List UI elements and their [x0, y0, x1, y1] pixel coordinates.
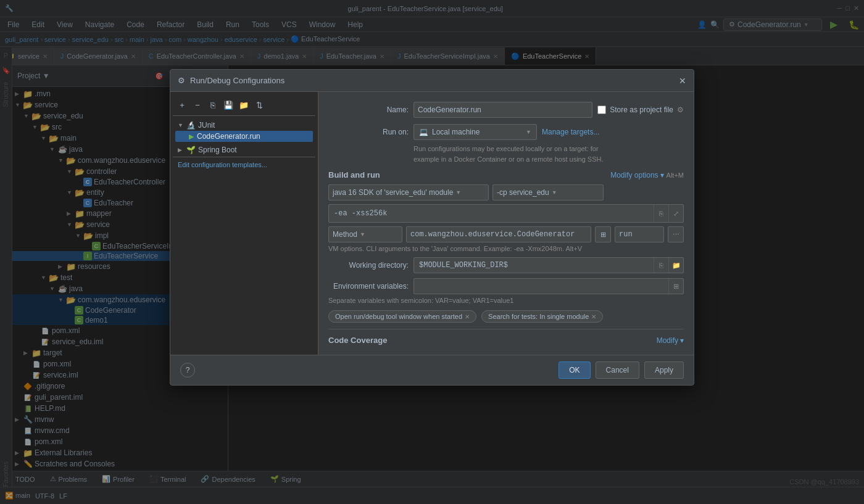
class-browse-button[interactable]: ⊞ — [595, 226, 611, 242]
config-group-junit-label: JUnit — [198, 121, 215, 130]
config-group-springboot: ▶ 🌱 Spring Boot — [173, 143, 315, 157]
config-group-springboot-header[interactable]: ▶ 🌱 Spring Boot — [175, 144, 313, 155]
store-as-project-file-checkbox[interactable] — [597, 105, 606, 114]
run-on-value: Local machine — [432, 128, 480, 136]
method-row: Method ▼ ⊞ ⋯ — [328, 226, 684, 242]
working-dir-browse-button[interactable]: 📁 — [668, 257, 683, 274]
sdk-row: java 16 SDK of 'service_edu' module ▼ -c… — [328, 184, 684, 200]
run-debug-config-modal: ⚙ Run/Debug Configurations ✕ + − ⎘ 💾 📁 ⇅ — [170, 69, 694, 386]
build-run-section-header: Build and run Modify options ▾ Alt+M — [328, 170, 684, 180]
cp-dropdown-arrow: ▼ — [552, 189, 557, 196]
ok-button[interactable]: OK — [559, 361, 590, 379]
modal-close-button[interactable]: ✕ — [679, 76, 686, 86]
modal-footer: ? OK Cancel Apply — [170, 355, 694, 385]
name-row: Name: Store as project file ⚙ — [328, 102, 684, 118]
modal-body: + − ⎘ 💾 📁 ⇅ ▼ 🔬 JUnit ▶ Co — [170, 92, 694, 355]
edit-config-templates-link[interactable]: Edit configuration templates... — [173, 157, 315, 172]
badge-search-tests: Search for tests: In single module ✕ — [481, 310, 603, 323]
name-input[interactable] — [413, 102, 592, 118]
env-vars-row: Environment variables: ⊞ — [328, 278, 684, 294]
run-hint: Run configurations may be executed local… — [413, 144, 684, 164]
config-folder-button[interactable]: 📁 — [237, 98, 251, 112]
config-add-button[interactable]: + — [175, 98, 189, 112]
modal-header: ⚙ Run/Debug Configurations ✕ — [170, 70, 694, 92]
vm-options-input[interactable] — [329, 209, 654, 218]
badge-open-tool-window: Open run/debug tool window when started … — [328, 310, 476, 323]
code-coverage-label: Code Coverage — [328, 336, 657, 345]
env-vars-input[interactable] — [414, 282, 668, 291]
vm-input-wrapper: ⎘ ⤢ — [328, 204, 684, 223]
modify-options-link[interactable]: Modify options ▾ — [610, 171, 663, 180]
apply-button[interactable]: Apply — [644, 361, 684, 379]
manage-targets-link[interactable]: Manage targets... — [542, 128, 599, 136]
name-label: Name: — [328, 105, 409, 114]
config-remove-button[interactable]: − — [191, 98, 204, 112]
run-browse-button[interactable]: ⋯ — [668, 226, 684, 242]
cp-value: -cp service_edu — [497, 188, 549, 197]
code-coverage-row: Code Coverage Modify ▾ — [328, 329, 684, 345]
sdk-dropdown-arrow: ▼ — [455, 189, 461, 196]
springboot-icon: 🌱 — [186, 146, 196, 154]
junit-icon: 🔬 — [186, 121, 196, 130]
config-copy-button[interactable]: ⎘ — [206, 98, 220, 112]
modify-chevron-icon: ▾ — [680, 336, 684, 345]
config-item-label: CodeGenerator.run — [197, 132, 260, 141]
cancel-button[interactable]: Cancel — [596, 361, 639, 379]
cp-select[interactable]: -cp service_edu ▼ — [492, 184, 604, 200]
badge-search-tests-label: Search for tests: In single module — [488, 313, 589, 320]
badge-search-tests-close[interactable]: ✕ — [591, 313, 596, 320]
modal-overlay: ⚙ Run/Debug Configurations ✕ + − ⎘ 💾 📁 ⇅ — [0, 0, 864, 504]
method-select[interactable]: Method ▼ — [328, 226, 402, 242]
config-item-icon: ▶ — [189, 133, 194, 141]
working-dir-input[interactable] — [414, 261, 654, 270]
env-vars-browse-button[interactable]: ⊞ — [668, 278, 683, 295]
modify-options-label: Modify options — [610, 171, 658, 180]
config-item-codegenerator-run[interactable]: ▶ CodeGenerator.run — [175, 131, 313, 142]
settings-icon[interactable]: ⚙ — [677, 105, 684, 114]
modal-icon: ⚙ — [178, 76, 185, 85]
config-form-panel: Name: Store as project file ⚙ Run on: 💻 … — [318, 92, 694, 355]
badge-row: Open run/debug tool window when started … — [328, 310, 684, 323]
env-input-wrapper: ⊞ — [413, 278, 684, 294]
vm-copy-button[interactable]: ⎘ — [654, 205, 668, 222]
run-on-label: Run on: — [328, 128, 409, 136]
env-vars-label: Environment variables: — [328, 282, 409, 291]
run-on-select[interactable]: 💻 Local machine ▼ — [413, 124, 537, 140]
config-toolbar: + − ⎘ 💾 📁 ⇅ — [173, 97, 315, 116]
run-on-row: Run on: 💻 Local machine ▼ Manage targets… — [328, 124, 684, 140]
modal-title: Run/Debug Configurations — [190, 76, 674, 85]
modify-label: Modify — [657, 336, 678, 345]
badge-open-tool-close[interactable]: ✕ — [465, 313, 470, 320]
config-save-button[interactable]: 💾 — [222, 98, 235, 112]
badge-open-tool-label: Open run/debug tool window when started — [335, 313, 462, 320]
config-group-springboot-label: Spring Boot — [198, 146, 237, 154]
class-input[interactable] — [406, 226, 591, 242]
config-group-junit: ▼ 🔬 JUnit ▶ CodeGenerator.run — [173, 118, 315, 143]
working-dir-input-wrapper: ⎘ 📁 — [413, 257, 684, 273]
method-value: Method — [333, 230, 357, 239]
sdk-select[interactable]: java 16 SDK of 'service_edu' module ▼ — [328, 184, 489, 200]
code-coverage-modify-link[interactable]: Modify ▾ — [657, 336, 684, 345]
expand-icon: ▼ — [178, 122, 184, 128]
expand-icon: ▶ — [178, 147, 184, 153]
chevron-down-icon: ▾ — [660, 171, 664, 180]
config-group-junit-header[interactable]: ▼ 🔬 JUnit — [175, 120, 313, 131]
method-dropdown-arrow: ▼ — [360, 231, 365, 238]
working-dir-label: Working directory: — [328, 261, 409, 270]
working-dir-copy-button[interactable]: ⎘ — [654, 257, 668, 274]
store-as-project-file-label: Store as project file — [610, 105, 673, 114]
run-on-dropdown-arrow: ▼ — [526, 129, 531, 135]
config-tree-panel: + − ⎘ 💾 📁 ⇅ ▼ 🔬 JUnit ▶ Co — [170, 92, 318, 355]
computer-icon: 💻 — [419, 128, 428, 136]
modify-shortcut-label: Alt+M — [667, 171, 684, 179]
vm-expand-button[interactable]: ⤢ — [668, 205, 683, 222]
build-run-label: Build and run — [328, 170, 610, 180]
run-method-input[interactable] — [615, 226, 664, 242]
env-hint: Separate variables with semicolon: VAR=v… — [328, 297, 684, 304]
store-as-project-file-row: Store as project file ⚙ — [597, 105, 684, 114]
help-button[interactable]: ? — [180, 363, 195, 378]
config-sort-button[interactable]: ⇅ — [252, 98, 266, 112]
sdk-value: java 16 SDK of 'service_edu' module — [333, 188, 453, 197]
vm-hint: VM options. CLI arguments to the 'Java' … — [328, 245, 684, 252]
working-dir-row: Working directory: ⎘ 📁 — [328, 257, 684, 273]
